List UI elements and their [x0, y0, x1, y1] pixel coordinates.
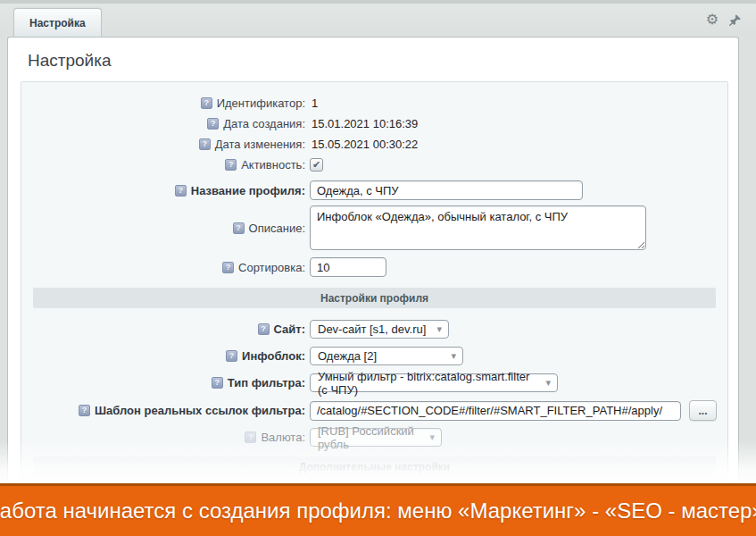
field-identifier: ? Идентификатор: 1 [21, 93, 727, 113]
help-icon[interactable]: ? [226, 350, 237, 362]
field-profile-name: ? Название профиля: [21, 180, 727, 200]
help-icon: ? [245, 431, 256, 443]
created-label: Дата создания: [223, 117, 305, 130]
field-infoblock: ? Инфоблок: Одежда [2] ▾ [21, 347, 727, 365]
field-description: ? Описание: Инфоблок «Одежда», обычный к… [21, 205, 727, 250]
help-icon[interactable]: ? [212, 377, 223, 389]
field-site: ? Сайт: Dev-сайт [s1, dev.ru] ▾ [21, 320, 727, 339]
caption-text: Работа начинается с создания профиля: ме… [0, 498, 756, 523]
field-created: ? Дата создания: 15.01.2021 10:16:39 [21, 113, 727, 134]
field-currency: ? Валюта: [RUB] Российский рубль ▾ [21, 428, 727, 447]
infoblock-select-value: Одежда [2] [318, 349, 377, 363]
field-modified: ? Дата изменения: 15.05.2021 00:30:22 [21, 134, 727, 155]
help-icon[interactable]: ? [233, 222, 245, 234]
gear-icon[interactable]: ⚙ [706, 13, 719, 27]
currency-label: Валюта: [261, 431, 305, 444]
active-label: Активность: [241, 158, 305, 172]
page-title: Настройка [8, 38, 738, 81]
tab-bar: Настройка ⚙ [0, 4, 756, 37]
infoblock-select[interactable]: Одежда [2] ▾ [310, 347, 463, 365]
identifier-label: Идентификатор: [217, 96, 305, 110]
tab-settings[interactable]: Настройка [13, 8, 102, 37]
filter-url-template-input[interactable] [310, 401, 681, 421]
identifier-value: 1 [312, 96, 318, 110]
site-select[interactable]: Dev-сайт [s1, dev.ru] ▾ [310, 320, 449, 339]
content-sheet: Настройка ? Идентификатор: 1 ? Дата созд… [7, 37, 739, 536]
chevron-down-icon: ▾ [545, 377, 551, 389]
filter-type-select[interactable]: Умный фильтр - bitrix:catalog.smart.filt… [310, 373, 558, 392]
field-filter-type: ? Тип фильтра: Умный фильтр - bitrix:cat… [21, 373, 727, 392]
currency-select: [RUB] Российский рубль ▾ [310, 428, 442, 447]
description-label: Описание: [249, 222, 305, 235]
section-additional-settings: Дополнительные настройки [33, 456, 716, 477]
bitrix-settings-window: Настройка ⚙ Настройка ? Идентификатор: 1 [0, 0, 756, 536]
help-icon[interactable]: ? [258, 323, 270, 335]
infoblock-label: Инфоблок: [242, 349, 305, 363]
created-value: 15.01.2021 10:16:39 [312, 117, 418, 130]
field-filter-url-template: ? Шаблон реальных ссылок фильтра: ... [21, 400, 727, 421]
help-icon[interactable]: ? [225, 159, 237, 171]
help-icon[interactable]: ? [201, 97, 212, 109]
settings-form: ? Идентификатор: 1 ? Дата создания: 15.0… [21, 81, 728, 486]
chevron-down-icon: ▾ [451, 350, 456, 362]
chevron-down-icon: ▾ [436, 323, 442, 335]
currency-select-value: [RUB] Российский рубль [318, 424, 420, 451]
active-checkbox[interactable]: ✔ [310, 158, 323, 172]
browse-button[interactable]: ... [689, 400, 717, 421]
description-textarea[interactable]: Инфоблок «Одежда», обычный каталог, с ЧП… [310, 205, 646, 250]
site-label: Сайт: [274, 322, 305, 336]
sort-input[interactable] [310, 257, 386, 277]
help-icon[interactable]: ? [175, 185, 187, 197]
help-icon[interactable]: ? [79, 405, 90, 416]
modified-label: Дата изменения: [215, 138, 305, 151]
tabbar-icons: ⚙ [706, 13, 742, 27]
profile-name-label: Название профиля: [191, 184, 305, 197]
field-sort: ? Сортировка: [21, 257, 727, 277]
chevron-down-icon: ▾ [429, 431, 435, 443]
help-icon[interactable]: ? [222, 262, 234, 273]
site-select-value: Dev-сайт [s1, dev.ru] [318, 322, 426, 336]
filter-url-template-label: Шаблон реальных ссылок фильтра: [95, 404, 305, 417]
caption-banner: Работа начинается с создания профиля: ме… [0, 483, 756, 536]
sort-label: Сортировка: [238, 261, 305, 274]
filter-type-label: Тип фильтра: [228, 376, 305, 389]
pin-icon[interactable] [728, 13, 742, 27]
field-active: ? Активность: ✔ [21, 155, 727, 175]
section-profile-settings: Настройки профиля [33, 288, 716, 308]
help-icon[interactable]: ? [199, 138, 211, 150]
filter-type-select-value: Умный фильтр - bitrix:catalog.smart.filt… [318, 370, 536, 397]
profile-name-input[interactable] [310, 180, 583, 200]
modified-value: 15.05.2021 00:30:22 [312, 138, 418, 151]
help-icon[interactable]: ? [207, 118, 219, 130]
